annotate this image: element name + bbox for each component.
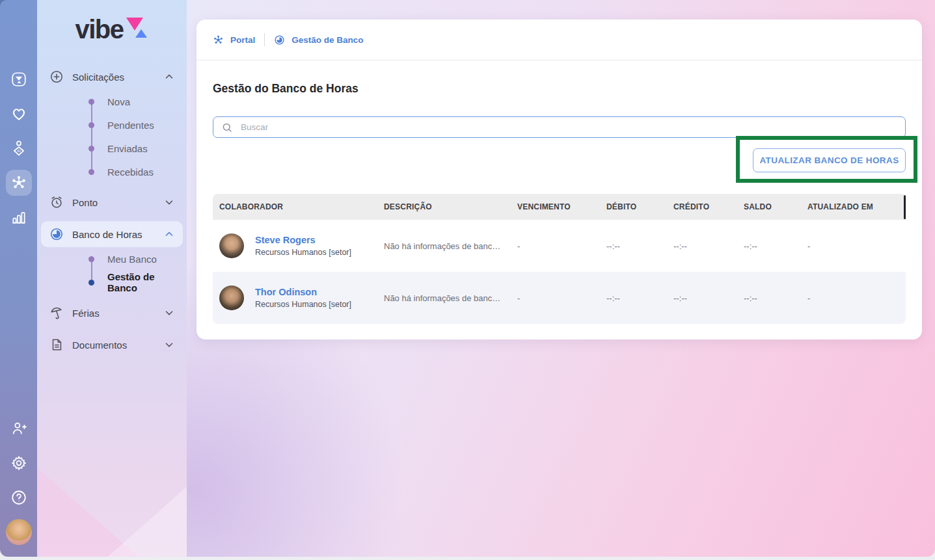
bullet-icon — [88, 146, 94, 152]
sidebar-item-banco-de-horas[interactable]: Banco de Horas — [41, 221, 183, 247]
cell-descricao: Não há informações de banco d... — [377, 293, 511, 303]
column-header-vencimento: VENCIMENTO — [511, 202, 600, 211]
search-icon — [221, 122, 233, 133]
banco-de-horas-table: COLABORADOR DESCRIÇÃO VENCIMENTO DÉBITO … — [213, 194, 906, 324]
sidebar-subitem-label: Recebidas — [107, 167, 154, 178]
vibe-mark-icon[interactable] — [6, 66, 32, 92]
document-icon — [49, 337, 64, 353]
logo-mark-icon — [126, 16, 149, 44]
employee-avatar — [219, 233, 244, 258]
sidebar-item-solicitacoes[interactable]: Solicitações — [41, 64, 183, 90]
breadcrumb-gestao-de-banco[interactable]: Gestão de Banco — [274, 34, 363, 46]
clock-pie-icon — [274, 34, 285, 46]
breadcrumb-label: Portal — [230, 35, 255, 45]
table-scrollbar-thumb[interactable] — [904, 195, 906, 219]
chevron-up-icon — [163, 228, 175, 240]
column-header-debito: DÉBITO — [600, 202, 667, 211]
breadcrumb-label: Gestão de Banco — [291, 35, 363, 45]
vibe-logo[interactable]: vibe — [37, 16, 187, 44]
cell-saldo: --:-- — [737, 293, 801, 303]
employee-cell: Steve Rogers Recursos Humanos [setor] — [219, 233, 377, 258]
bullet-icon — [88, 169, 94, 175]
cell-credito: --:-- — [667, 241, 737, 251]
search-input[interactable] — [239, 122, 897, 133]
sidebar-item-documentos[interactable]: Documentos — [41, 332, 183, 358]
heart-icon[interactable] — [6, 101, 32, 127]
bullet-icon — [88, 122, 94, 128]
sidebar-item-meu-banco[interactable]: Meu Banco — [37, 247, 187, 271]
sidebar-item-label: Documentos — [72, 340, 156, 351]
molecule-icon — [213, 34, 224, 46]
umbrella-icon — [49, 305, 64, 321]
column-header-colaborador: COLABORADOR — [213, 202, 377, 211]
cell-atualizado-em: - — [801, 293, 906, 303]
logo-text: vibe — [75, 16, 123, 43]
sidebar-subitem-label: Meu Banco — [107, 254, 157, 265]
sidebar-item-ferias[interactable]: Férias — [41, 300, 183, 326]
alarm-clock-icon — [49, 194, 64, 210]
sidebar-item-nova[interactable]: Nova — [37, 90, 187, 113]
breadcrumb: Portal Gestão de Banco — [196, 20, 922, 60]
modules-icon[interactable] — [6, 170, 32, 196]
chevron-down-icon — [163, 307, 175, 319]
breadcrumb-separator — [264, 33, 265, 46]
settings-gear-icon[interactable] — [6, 450, 32, 476]
cell-atualizado-em: - — [801, 241, 906, 251]
cell-debito: --:-- — [600, 241, 667, 251]
svg-text:AI: AI — [17, 149, 21, 153]
table-header-row: COLABORADOR DESCRIÇÃO VENCIMENTO DÉBITO … — [213, 194, 906, 220]
app-window: AI vibe — [0, 0, 935, 557]
main-area: Portal Gestão de Banco Gestão do Banco d… — [187, 0, 935, 557]
cell-debito: --:-- — [600, 293, 667, 303]
sidebar-item-label: Ponto — [72, 197, 156, 208]
cell-vencimento: - — [511, 293, 600, 303]
sidebar-item-label: Banco de Horas — [72, 229, 156, 240]
solicitacoes-submenu: Nova Pendentes Enviadas Recebidas — [37, 90, 187, 183]
employee-avatar — [219, 286, 244, 310]
cell-vencimento: - — [511, 241, 600, 251]
sidebar-item-label: Solicitações — [72, 72, 156, 83]
user-avatar[interactable] — [6, 519, 32, 545]
banco-de-horas-submenu: Meu Banco Gestão de Banco — [37, 247, 187, 294]
chevron-down-icon — [163, 339, 175, 351]
column-header-saldo: SALDO — [737, 202, 801, 211]
statistics-icon[interactable] — [6, 204, 32, 230]
employee-department: Recursos Humanos [setor] — [255, 300, 351, 309]
clock-pie-icon — [49, 226, 64, 242]
sidebar-nav: Solicitações Nova Pendentes Enviadas — [37, 64, 187, 358]
bullet-icon — [88, 280, 94, 286]
bullet-icon — [88, 99, 94, 105]
cell-descricao: Não há informações de banco d... — [377, 241, 511, 251]
cell-credito: --:-- — [667, 293, 737, 303]
ai-assistant-icon[interactable]: AI — [6, 135, 32, 161]
column-header-descricao: DESCRIÇÃO — [377, 202, 511, 211]
sidebar: vibe Solicitações Nova — [37, 0, 187, 557]
employee-department: Recursos Humanos [setor] — [255, 248, 351, 257]
chevron-up-icon — [163, 71, 175, 83]
employee-name-link[interactable]: Steve Rogers — [255, 235, 351, 246]
table-row: Thor Odinson Recursos Humanos [setor] Nã… — [213, 272, 906, 324]
help-icon[interactable] — [6, 485, 32, 511]
search-box — [213, 116, 906, 138]
sidebar-item-enviadas[interactable]: Enviadas — [37, 137, 187, 160]
employee-name-link[interactable]: Thor Odinson — [255, 287, 351, 298]
sidebar-item-gestao-de-banco[interactable]: Gestão de Banco — [37, 271, 187, 294]
bullet-icon — [88, 256, 94, 262]
sidebar-item-ponto[interactable]: Ponto — [41, 189, 183, 215]
breadcrumb-portal[interactable]: Portal — [213, 34, 255, 46]
column-header-credito: CRÉDITO — [667, 202, 737, 211]
sidebar-subitem-label: Nova — [107, 96, 130, 107]
content-card: Portal Gestão de Banco Gestão do Banco d… — [196, 20, 922, 340]
circle-plus-icon — [49, 69, 64, 85]
employee-cell: Thor Odinson Recursos Humanos [setor] — [219, 286, 377, 310]
sidebar-subitem-label: Gestão de Banco — [107, 271, 187, 293]
table-row: Steve Rogers Recursos Humanos [setor] Nã… — [213, 220, 906, 272]
page-title: Gestão do Banco de Horas — [213, 82, 359, 96]
chevron-down-icon — [163, 196, 175, 208]
add-user-icon[interactable] — [6, 416, 32, 442]
atualizar-banco-de-horas-button[interactable]: ATUALIZAR BANCO DE HORAS — [753, 148, 906, 172]
icon-rail: AI — [0, 0, 37, 557]
sidebar-item-pendentes[interactable]: Pendentes — [37, 113, 187, 137]
sidebar-item-label: Férias — [72, 308, 156, 319]
sidebar-item-recebidas[interactable]: Recebidas — [37, 160, 187, 183]
